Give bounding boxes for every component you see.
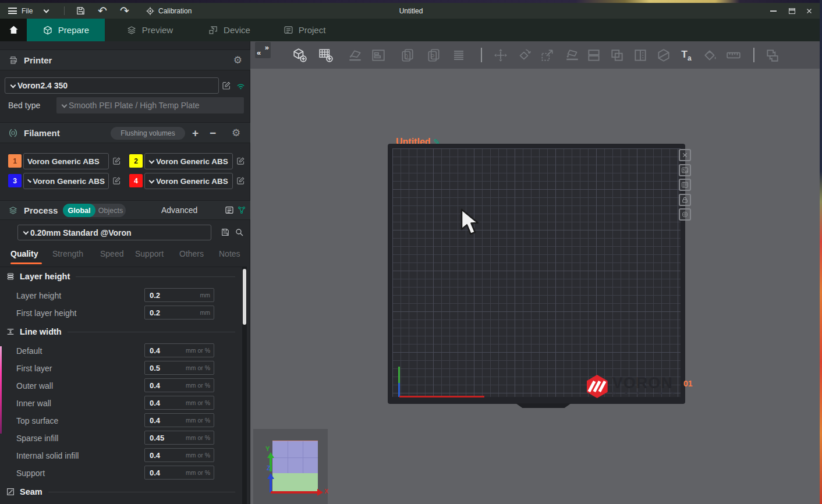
save-profile-button[interactable] — [221, 228, 230, 237]
setting-input[interactable] — [145, 451, 186, 460]
remove-filament-button[interactable]: − — [210, 127, 216, 139]
filament-1-select[interactable]: Voron Generic ABS — [23, 153, 109, 169]
printer-connection-button[interactable] — [236, 81, 246, 91]
file-menu-chevron[interactable] — [43, 3, 51, 19]
collapse-sidebar-button[interactable]: » « — [255, 42, 271, 58]
add-filament-button[interactable]: + — [192, 127, 199, 139]
printer-edit-button[interactable] — [222, 81, 231, 90]
plate-settings-button[interactable] — [679, 164, 691, 176]
doc-p-button[interactable] — [424, 46, 443, 65]
filament-settings-gear-icon[interactable]: ⚙ — [232, 128, 240, 138]
filament-4-edit-button[interactable] — [236, 176, 245, 185]
scale-button[interactable] — [538, 46, 557, 65]
settings-scrollbar-thumb[interactable] — [243, 269, 246, 325]
printer-settings-gear-icon[interactable]: ⚙ — [233, 55, 242, 65]
redo-button[interactable]: ↷ — [120, 3, 129, 19]
tab-project[interactable]: Project — [269, 19, 340, 41]
process-profile-select[interactable]: 0.20mm Standard @Voron — [17, 225, 211, 240]
first-layer-height-input[interactable]: mm — [144, 306, 214, 320]
app-menu-button[interactable]: File — [8, 3, 33, 19]
filament-3-swatch[interactable]: 3 — [8, 174, 22, 187]
line-width-outer-wall-input[interactable]: mm or % — [144, 378, 214, 392]
assembly-view-button[interactable] — [763, 46, 782, 65]
bed-type-select[interactable]: Smooth PEI Plate / High Temp Plate — [56, 97, 244, 113]
minimize-button[interactable] — [765, 3, 781, 19]
setting-input[interactable] — [145, 364, 186, 372]
delete-plate-button[interactable] — [679, 149, 691, 161]
flushing-volumes-button[interactable]: Flushing volumes — [111, 127, 185, 140]
color-painting-button[interactable] — [701, 46, 720, 65]
variable-layer-height-button[interactable] — [631, 46, 650, 65]
tab-device[interactable]: Device — [194, 19, 264, 41]
filament-1-edit-button[interactable] — [112, 157, 121, 165]
split-parts-button[interactable] — [608, 46, 626, 65]
layer-height-icon — [6, 272, 15, 281]
line-width-internal-solid-input[interactable]: mm or % — [144, 448, 214, 462]
build-plate[interactable]: VORON D E S I G N — [388, 144, 685, 404]
filament-3-select[interactable]: Voron Generic ABS — [23, 173, 109, 189]
mesh-boolean-button[interactable] — [654, 46, 673, 65]
filament-4-swatch[interactable]: 4 — [129, 174, 143, 187]
close-button[interactable] — [801, 3, 817, 19]
plate-name-button[interactable] — [679, 179, 691, 191]
printer-select[interactable]: Voron2.4 350 — [5, 77, 219, 94]
line-width-inner-wall-input[interactable]: mm or % — [144, 396, 214, 410]
lay-on-face-button[interactable] — [563, 46, 582, 65]
maximize-button[interactable] — [784, 3, 800, 19]
add-object-button[interactable] — [290, 46, 309, 65]
filament-section-header: Filament Flushing volumes + − ⚙ — [0, 122, 250, 143]
split-objects-button[interactable] — [584, 46, 603, 65]
filament-4-select[interactable]: Voron Generic ABS — [144, 173, 233, 189]
save-button[interactable] — [76, 3, 86, 19]
list-lines-button[interactable] — [449, 46, 468, 65]
setting-input[interactable] — [145, 308, 186, 317]
setting-input[interactable] — [145, 434, 186, 442]
tab-notes[interactable]: Notes — [219, 249, 240, 258]
calibration-button[interactable]: Calibration — [146, 3, 192, 19]
line-width-sparse-infill-input[interactable]: mm or % — [144, 431, 214, 445]
line-width-first-layer-input[interactable]: mm or % — [144, 361, 214, 375]
tab-strength[interactable]: Strength — [52, 249, 83, 258]
filament-2-select[interactable]: Voron Generic ABS — [144, 153, 233, 169]
line-width-default-input[interactable]: mm or % — [144, 343, 214, 357]
tab-speed[interactable]: Speed — [100, 249, 123, 258]
filament-1-swatch[interactable]: 1 — [8, 154, 22, 168]
home-button[interactable] — [0, 19, 27, 41]
process-scope-toggle[interactable]: Global Objects — [63, 204, 126, 217]
add-plate-button[interactable] — [317, 46, 335, 65]
undo-button[interactable]: ↶ — [98, 3, 107, 19]
tab-preview[interactable]: Preview — [112, 19, 187, 41]
filament-2-edit-button[interactable] — [236, 157, 245, 165]
plate-surface[interactable] — [392, 148, 681, 397]
auto-orient-button[interactable] — [346, 46, 364, 65]
setting-input[interactable] — [145, 416, 186, 425]
setting-input[interactable] — [145, 399, 186, 407]
viewport-3d[interactable]: » « Untitled ✎ — [250, 41, 822, 504]
add-text-button[interactable] — [678, 46, 696, 65]
filament-2-swatch[interactable]: 2 — [129, 154, 143, 168]
scope-global[interactable]: Global — [63, 204, 95, 217]
setting-input[interactable] — [145, 346, 186, 355]
search-settings-button[interactable] — [235, 228, 244, 237]
tab-others[interactable]: Others — [179, 249, 204, 258]
settings-list-icon[interactable] — [225, 205, 234, 215]
tab-prepare[interactable]: Prepare — [27, 19, 105, 41]
doc-0-button[interactable] — [398, 46, 417, 65]
lock-plate-button[interactable] — [679, 194, 691, 206]
arrange-button[interactable] — [369, 46, 388, 65]
layer-height-input[interactable]: mm — [144, 288, 214, 302]
scope-objects[interactable]: Objects — [95, 207, 126, 215]
rotate-button[interactable] — [515, 46, 533, 65]
setting-input[interactable] — [145, 468, 186, 477]
filament-3-edit-button[interactable] — [112, 176, 121, 185]
tab-quality[interactable]: Quality — [10, 249, 38, 258]
setting-input[interactable] — [145, 381, 186, 390]
parameter-table-icon[interactable] — [237, 205, 246, 215]
move-button[interactable] — [491, 46, 510, 65]
line-width-top-surface-input[interactable]: mm or % — [144, 413, 214, 427]
setting-input[interactable] — [145, 291, 186, 300]
tab-support[interactable]: Support — [135, 249, 164, 258]
line-width-support-input[interactable]: mm or % — [144, 466, 214, 480]
measure-button[interactable] — [724, 46, 743, 65]
plate-marker-button[interactable] — [679, 208, 691, 221]
